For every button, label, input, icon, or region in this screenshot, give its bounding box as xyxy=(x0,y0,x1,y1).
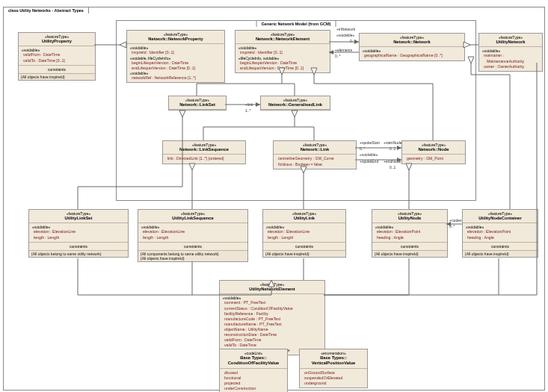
assoc-voidable-2: «voidable» xyxy=(360,152,378,157)
assoc-m0n-3: 0..* xyxy=(360,146,366,151)
class-utility-node: «featureType»UtilityNode «voidable» elev… xyxy=(372,209,448,258)
inner-frame-title: Generic Network Model (from GCM) xyxy=(256,20,336,27)
enum-vertical: «enumeration»Base Types::VerticalPositio… xyxy=(299,349,368,388)
diagram-canvas: class Utility Networks - Abstract Types … xyxy=(0,0,548,392)
class-utility-link-sequence: «featureType»UtilityLinkSequence «voidab… xyxy=(138,209,248,262)
class-link-set: «featureType»Network::LinkSet xyxy=(168,96,227,111)
class-utility-network-element: «featureType»UtilityNetworkElement «void… xyxy=(219,280,325,355)
class-utility-network: «featureType»UtilityNetwork «voidable» m… xyxy=(478,33,543,72)
assoc-end-node: +endNode xyxy=(384,159,401,164)
class-link-sequence: «featureType»Network::LinkSequence link … xyxy=(162,140,246,164)
class-link: «featureType»Network::Link centrelineGeo… xyxy=(273,140,357,169)
class-network-property: «featureType»Network::NetworkProperty «v… xyxy=(126,30,225,83)
assoc-m01-2: 0..1 xyxy=(390,165,395,169)
assoc-start-node: +startNode xyxy=(384,140,402,145)
assoc-spoke-end: +spokeEnd xyxy=(360,159,378,164)
outer-frame-title: class Utility Networks - Abstract Types xyxy=(3,7,89,13)
class-utility-link-set: «featureType»UtilityLinkSet «voidable» e… xyxy=(28,209,129,258)
assoc-m0n-1: 0..* xyxy=(350,39,356,43)
assoc-m01-1: 0..1 xyxy=(390,146,395,151)
assoc-nodes: +nodes xyxy=(449,218,462,223)
class-utility-property: «featureType»UtilityProperty «voidable» … xyxy=(18,32,96,81)
enum-condition: «codeList»Base Types::ConditionOfFacilit… xyxy=(219,349,288,392)
assoc-m1n: 1..* xyxy=(245,108,251,113)
assoc-voidable-1: «voidable» xyxy=(336,33,354,37)
class-node: «featureType»Network::Node geometry : GM… xyxy=(401,140,466,164)
assoc-link: +link xyxy=(245,102,253,107)
class-utility-node-container: «featureType»UtilityNodeContainer «voida… xyxy=(462,209,538,258)
class-utility-link: «featureType»UtilityLink «voidable» elev… xyxy=(262,209,346,258)
assoc-in-network: +inNetwork xyxy=(336,27,355,31)
assoc-spoke-start: +spokeStart xyxy=(360,140,380,145)
assoc-m0n-2: 0..* xyxy=(335,54,341,58)
assoc-m0n-nodes: 0..* xyxy=(449,224,455,228)
class-network-element: «featureType»Network::NetworkElement «vo… xyxy=(235,30,330,73)
class-generalised-link: «featureType»Network::GeneralisedLink xyxy=(260,96,330,111)
class-network: «featureType»Network::Network «voidable»… xyxy=(359,33,465,61)
assoc-elements: +elements xyxy=(335,48,352,52)
